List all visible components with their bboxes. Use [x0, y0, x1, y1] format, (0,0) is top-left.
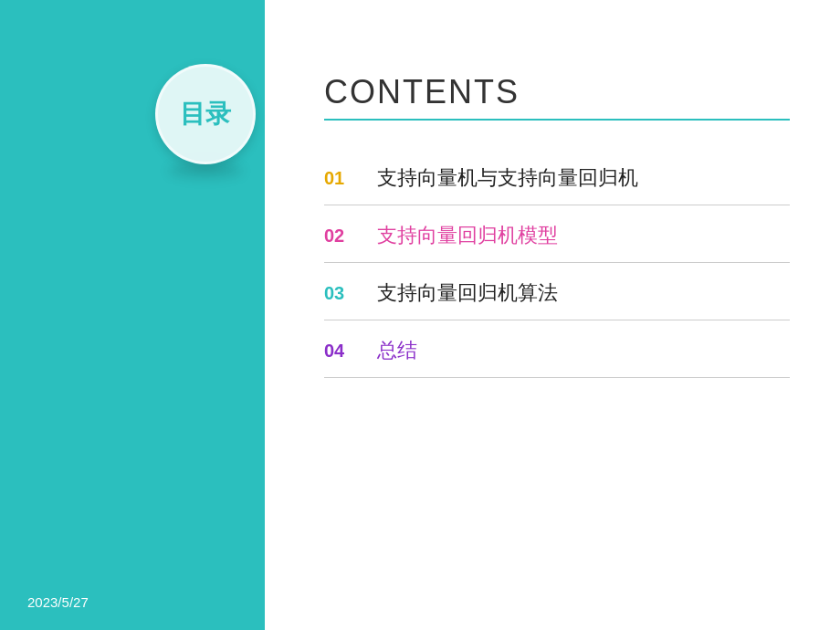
mulu-badge: 目录 — [155, 64, 256, 164]
mulu-label: 目录 — [180, 97, 231, 131]
toc-num-01: 01 — [324, 168, 368, 189]
toc-item-04[interactable]: 04 总结 — [324, 320, 790, 378]
toc-text-04: 总结 — [377, 337, 417, 364]
main-content: CONTENTS 01 支持向量机与支持向量回归机 02 支持向量回归机模型 0… — [265, 0, 840, 630]
toc-item-01[interactable]: 01 支持向量机与支持向量回归机 — [324, 148, 790, 205]
toc-item-03[interactable]: 03 支持向量回归机算法 — [324, 263, 790, 320]
toc-num-03: 03 — [324, 283, 368, 304]
toc-item-02[interactable]: 02 支持向量回归机模型 — [324, 205, 790, 263]
toc-text-03: 支持向量回归机算法 — [377, 279, 558, 307]
toc-num-04: 04 — [324, 341, 368, 362]
contents-title: CONTENTS — [324, 73, 790, 121]
date-label: 2023/5/27 — [27, 594, 89, 610]
toc-list: 01 支持向量机与支持向量回归机 02 支持向量回归机模型 03 支持向量回归机… — [324, 148, 790, 378]
toc-text-02: 支持向量回归机模型 — [377, 222, 558, 249]
slide: 目录 2023/5/27 2 CONTENTS 01 支持向量机与支持向量回归机… — [0, 0, 840, 630]
mulu-shadow — [168, 163, 243, 179]
toc-text-01: 支持向量机与支持向量回归机 — [377, 164, 638, 192]
toc-num-02: 02 — [324, 226, 368, 247]
